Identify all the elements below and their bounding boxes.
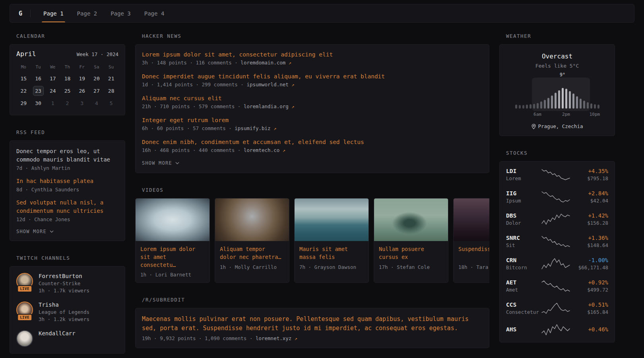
video-title[interactable]: Mauris sit amet massa felis — [299, 245, 364, 261]
calendar-month: April — [16, 50, 36, 58]
dashboard-content: CALENDAR April Week 17 · 2024 MoTuWeThFr… — [0, 23, 644, 354]
twitch-channel-game: Counter-Strike — [39, 280, 89, 286]
hackernews-item-title[interactable]: Donec enim nibh, condimentum et accumsan… — [142, 139, 483, 145]
stock-row[interactable]: IIG Ipsum +2.84% $42.04 — [506, 186, 608, 208]
external-link-icon: ↗ — [274, 126, 276, 131]
calendar-weekday-row: MoTuWeThFrSaSu — [16, 62, 118, 72]
stock-row[interactable]: SNRC Sit +1.36% $148.64 — [506, 230, 608, 253]
stock-symbol: SNRC — [506, 235, 539, 241]
calendar-days-grid: 1516171819202122232425262728293012345 — [16, 72, 118, 109]
twitch-channel-row[interactable]: KendallCarr — [16, 330, 118, 347]
weather-section: WEATHER Overcast Feels like 5°C 9° 6am2p… — [499, 33, 615, 136]
page-tab[interactable]: Page 3 — [105, 4, 136, 22]
stock-row[interactable]: CCS Consectetur +0.51% $165.84 — [506, 297, 608, 319]
stock-name: Dolor — [506, 220, 539, 226]
hackernews-item-title[interactable]: Donec imperdiet augue tincidunt felis al… — [142, 73, 483, 80]
stock-change: +2.84% — [572, 190, 608, 197]
video-thumbnail[interactable] — [454, 198, 489, 241]
calendar-day: 1 — [45, 97, 60, 109]
calendar-day: 5 — [104, 97, 118, 109]
video-title[interactable]: Lorem ipsum dolor sit amet consectetu… — [140, 245, 205, 269]
weather-bar — [537, 103, 539, 109]
twitch-channel-name[interactable]: Trisha — [39, 302, 89, 308]
hackernews-item-title[interactable]: Lorem ipsum dolor sit amet, consectetur … — [142, 51, 483, 58]
stock-row[interactable]: LDI Lorem +4.35% $795.18 — [506, 163, 608, 186]
rss-item[interactable]: Sed volutpat nulla nisl, a condimentum n… — [16, 198, 118, 222]
stock-identity: CRN Bitcorn — [506, 257, 539, 270]
hackernews-card: Lorem ipsum dolor sit amet, consectetur … — [135, 44, 489, 173]
hackernews-item-domain[interactable]: ipsumify.biz — [235, 125, 270, 131]
hackernews-item-title[interactable]: Integer eget rutrum lorem — [142, 117, 483, 123]
twitch-channel-meta: 3h · 1.2k viewers — [39, 316, 89, 322]
twitch-channel-name[interactable]: KendallCarr — [39, 330, 76, 337]
subreddit-post-title[interactable]: Maecenas mollis pulvinar erat non posuer… — [142, 315, 483, 333]
stock-sparkline — [539, 324, 572, 336]
rss-item[interactable]: Donec tempor eros leo, ut commodo mauris… — [16, 147, 118, 171]
weather-bar — [572, 93, 574, 109]
hackernews-section-title: HACKER NEWS — [142, 33, 489, 39]
twitch-section: TWITCH CHANNELS LIVE ForrestBurton Count… — [10, 255, 125, 354]
video-card[interactable]: Aliquam tempor dolor nec pharetra… 1h · … — [215, 198, 289, 283]
weather-time-label: 2pm — [562, 112, 570, 117]
stock-row[interactable]: DBS Dolor +1.42% $156.28 — [506, 208, 608, 230]
rss-item-title[interactable]: Sed volutpat nulla nisl, a condimentum n… — [16, 198, 118, 215]
subreddit-post-domain[interactable]: loremnet.xyz — [256, 335, 291, 341]
stock-row[interactable]: AHS +0.46% — [506, 319, 608, 340]
twitch-channel-row[interactable]: LIVE Trisha League of Legends 3h · 1.2k … — [16, 302, 118, 322]
rss-show-more-button[interactable]: SHOW MORE — [16, 229, 118, 234]
rss-item-title[interactable]: Donec tempor eros leo, ut commodo mauris… — [16, 147, 118, 164]
video-card[interactable]: Nullam posuere cursus ex 17h · Stefan Co… — [374, 198, 448, 283]
page-tab[interactable]: Page 2 — [72, 4, 103, 22]
weather-location-label: Prague, Czechia — [538, 123, 583, 129]
video-title[interactable]: Aliquam tempor dolor nec pharetra… — [220, 245, 284, 261]
hackernews-item-domain[interactable]: ipsumworld.net — [246, 82, 288, 88]
video-thumbnail[interactable] — [374, 198, 448, 241]
video-thumbnail[interactable] — [136, 198, 209, 241]
stock-symbol: LDI — [506, 168, 539, 174]
calendar-week-year: Week 17 · 2024 — [77, 51, 118, 57]
hackernews-item-title[interactable]: Aliquam nec cursus elit — [142, 95, 483, 101]
hackernews-item-meta: 1d · 1,414 points · 299 comments · ipsum… — [142, 82, 483, 88]
calendar-day-number: 22 — [18, 86, 29, 96]
twitch-avatar — [16, 330, 33, 347]
stock-symbol: IIG — [506, 190, 539, 197]
calendar-section: CALENDAR April Week 17 · 2024 MoTuWeThFr… — [10, 33, 125, 115]
stock-row[interactable]: AET Amet +0.92% $499.72 — [506, 275, 608, 297]
calendar-day: 4 — [89, 97, 104, 109]
stocks-section: STOCKS LDI Lorem +4.35% $795.18 IIG Ipsu… — [499, 150, 615, 342]
video-title[interactable]: Suspendisse diam — [458, 245, 489, 261]
twitch-channel-row[interactable]: LIVE ForrestBurton Counter-Strike 1h · 1… — [16, 273, 118, 294]
weather-bar — [587, 102, 589, 109]
calendar-day: 26 — [75, 85, 89, 97]
stock-identity: AHS — [506, 326, 539, 334]
stock-name: Sit — [506, 242, 539, 248]
app-logo[interactable]: G — [19, 4, 30, 22]
calendar-day-number: 27 — [91, 86, 102, 96]
video-card[interactable]: Lorem ipsum dolor sit amet consectetu… 1… — [135, 198, 210, 283]
calendar-day-number: 26 — [77, 86, 87, 96]
video-meta: 1h · Molly Carrillo — [220, 264, 284, 270]
video-card-body: Suspendisse diam 18h · Tara — [454, 241, 489, 275]
calendar-day-number: 23 — [33, 86, 44, 96]
rss-item-title[interactable]: In hac habitasse platea — [16, 177, 118, 185]
calendar-day-number: 29 — [18, 98, 29, 108]
stocks-list: LDI Lorem +4.35% $795.18 IIG Ipsum +2.84… — [506, 163, 608, 340]
stock-name: Lorem — [506, 175, 539, 181]
calendar-day-number: 25 — [62, 86, 73, 96]
video-thumbnail[interactable] — [295, 198, 369, 241]
hackernews-item-domain[interactable]: loremdomain.com — [241, 60, 285, 66]
video-title[interactable]: Nullam posuere cursus ex — [379, 245, 443, 261]
page-tab[interactable]: Page 4 — [139, 4, 170, 22]
calendar-weekday-label: Tu — [31, 62, 46, 72]
twitch-channel-name[interactable]: ForrestBurton — [39, 273, 89, 279]
hackernews-show-more-button[interactable]: SHOW MORE — [142, 160, 483, 166]
rss-item[interactable]: In hac habitasse platea 8d · Cynthia Sau… — [16, 177, 118, 193]
page-tab[interactable]: Page 1 — [38, 4, 69, 22]
video-card[interactable]: Mauris sit amet massa felis 7h · Grayson… — [294, 198, 369, 283]
hackernews-item-domain[interactable]: loremlandia.org — [244, 103, 289, 109]
left-column: CALENDAR April Week 17 · 2024 MoTuWeThFr… — [10, 33, 125, 354]
video-card[interactable]: Suspendisse diam 18h · Tara — [453, 198, 489, 283]
hackernews-item-domain[interactable]: loremtech.co — [244, 147, 279, 153]
video-thumbnail[interactable] — [215, 198, 289, 241]
stock-row[interactable]: CRN Bitcorn -1.00% $66,171.48 — [506, 253, 608, 275]
